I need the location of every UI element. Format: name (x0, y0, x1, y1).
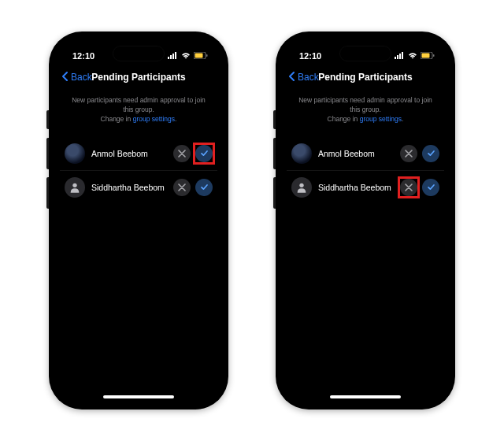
participant-name: Anmol Beebom (318, 149, 400, 158)
battery-icon (194, 51, 208, 61)
svg-point-15 (299, 183, 303, 187)
group-settings-link[interactable]: group settings (360, 115, 402, 123)
status-time: 12:10 (299, 51, 321, 61)
home-indicator[interactable] (103, 395, 174, 398)
signal-icon (395, 51, 405, 61)
svg-rect-0 (168, 57, 169, 59)
reject-button[interactable] (173, 179, 191, 196)
signal-icon (168, 51, 178, 61)
svg-rect-13 (422, 54, 430, 58)
dynamic-island (113, 46, 165, 61)
reject-button[interactable] (400, 179, 417, 196)
battery-icon (421, 51, 435, 61)
svg-rect-14 (433, 54, 435, 57)
wifi-icon (408, 51, 417, 61)
list-item: Siddhartha Beebom (60, 171, 217, 204)
svg-rect-11 (402, 52, 403, 59)
list-item: Anmol Beebom (60, 137, 217, 171)
svg-rect-10 (399, 54, 401, 59)
svg-rect-8 (395, 57, 396, 59)
check-icon (200, 180, 209, 195)
participant-name: Siddhartha Beebom (91, 183, 173, 192)
list-item: Siddhartha Beebom (287, 171, 444, 204)
back-label: Back (298, 72, 319, 83)
svg-rect-9 (397, 55, 398, 59)
reject-button[interactable] (400, 145, 417, 162)
status-time: 12:10 (72, 51, 94, 61)
approve-button[interactable] (195, 179, 213, 196)
nav-bar: Back Pending Participants (55, 65, 222, 90)
participants-list: Anmol Beebom Siddhartha Beebom (55, 137, 222, 204)
info-text: New participants need admin approval to … (55, 90, 222, 137)
reject-button[interactable] (173, 145, 191, 162)
x-icon (178, 146, 186, 161)
dynamic-island (339, 46, 391, 61)
screen: 12:10 Back Pending Participants New part… (55, 38, 222, 403)
nav-bar: Back Pending Participants (282, 65, 449, 90)
screen: 12:10 Back Pending Participants New part… (282, 38, 449, 403)
approve-button[interactable] (422, 179, 439, 196)
participant-name: Siddhartha Beebom (318, 183, 400, 192)
participants-list: Anmol Beebom Siddhartha Beebom (282, 137, 449, 204)
svg-rect-5 (195, 54, 203, 58)
avatar (291, 143, 312, 164)
x-icon (405, 146, 413, 161)
back-button[interactable]: Back (288, 72, 319, 83)
check-icon (427, 180, 435, 195)
phone-mockup-left: 12:10 Back Pending Participants New part… (49, 32, 228, 410)
avatar (65, 143, 85, 164)
svg-point-7 (72, 183, 76, 187)
svg-rect-1 (170, 55, 172, 59)
list-item: Anmol Beebom (287, 137, 444, 171)
participant-name: Anmol Beebom (91, 149, 173, 158)
back-button[interactable]: Back (61, 72, 92, 83)
check-icon (200, 146, 209, 161)
check-icon (427, 146, 435, 161)
phone-mockup-right: 12:10 Back Pending Participants New part… (276, 32, 455, 410)
x-icon (405, 180, 413, 195)
info-text: New participants need admin approval to … (282, 90, 449, 137)
svg-rect-2 (172, 54, 174, 59)
group-settings-link[interactable]: group settings (133, 115, 175, 123)
home-indicator[interactable] (330, 395, 401, 398)
svg-rect-6 (206, 54, 208, 57)
back-label: Back (71, 72, 92, 83)
wifi-icon (181, 51, 191, 61)
approve-button[interactable] (422, 145, 439, 162)
avatar (65, 177, 85, 198)
chevron-left-icon (61, 72, 69, 83)
x-icon (178, 180, 186, 195)
avatar (291, 177, 312, 198)
chevron-left-icon (288, 72, 296, 83)
svg-rect-3 (175, 52, 176, 59)
approve-button[interactable] (195, 145, 213, 162)
